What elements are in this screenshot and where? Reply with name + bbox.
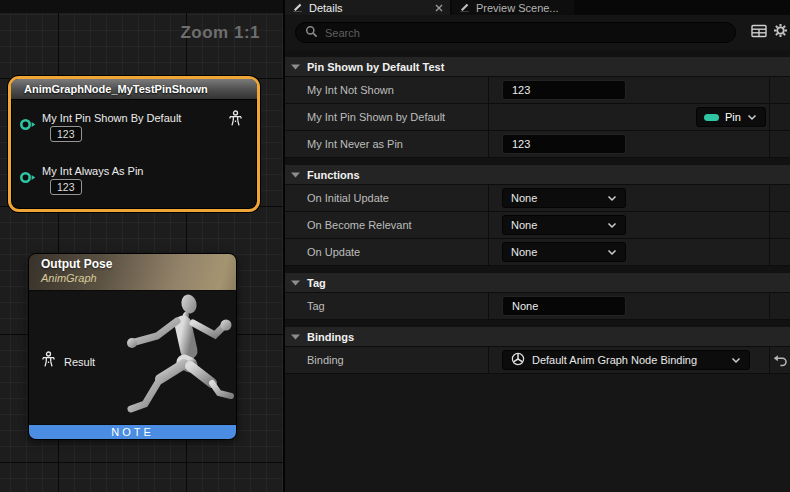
search-input[interactable]	[325, 27, 726, 39]
mannequin-illustration	[109, 290, 235, 426]
tab-details[interactable]: Details	[285, 0, 450, 15]
property-row: My Int Not Shown	[285, 77, 790, 104]
on-update-dropdown[interactable]: None	[502, 242, 626, 262]
gear-icon[interactable]	[773, 23, 788, 38]
anim-graph-test-node[interactable]: AnimGraphNode_MyTestPinShown My Int Pin …	[8, 76, 260, 212]
property-label: My Int Not Shown	[285, 77, 489, 103]
tab-details-label: Details	[309, 2, 429, 14]
note-bar[interactable]: NOTE	[29, 424, 236, 439]
zoom-indicator: Zoom 1:1	[180, 23, 260, 43]
dropdown-value: None	[511, 246, 537, 258]
category-bindings[interactable]: Bindings	[285, 327, 790, 347]
pin-pill-icon	[704, 114, 719, 121]
chevron-down-icon	[291, 64, 300, 70]
tab-bar: Details Preview Scene...	[285, 0, 790, 15]
search-box[interactable]	[295, 22, 736, 43]
pin-label: My Int Pin Shown By Default	[42, 112, 181, 124]
close-icon[interactable]	[435, 4, 443, 12]
pin-label: My Int Always As Pin	[42, 165, 143, 177]
reset-to-default-icon[interactable]	[772, 354, 788, 367]
pin-value-box[interactable]: 123	[50, 179, 82, 195]
tab-preview-scene[interactable]: Preview Scene...	[452, 0, 574, 15]
on-initial-update-dropdown[interactable]: None	[502, 188, 626, 208]
property-row: On Update None	[285, 239, 790, 266]
chevron-down-icon	[291, 334, 300, 340]
result-pose-pin-icon[interactable]	[41, 351, 56, 372]
chevron-down-icon	[291, 172, 300, 178]
result-pin-label: Result	[64, 356, 95, 368]
output-pose-node[interactable]: Output Pose AnimGraph	[28, 253, 237, 440]
category-title: Bindings	[307, 331, 354, 343]
property-row: Tag	[285, 293, 790, 320]
graph-top-edge	[0, 0, 283, 13]
details-tab-icon	[292, 1, 303, 14]
chevron-down-icon	[607, 249, 617, 256]
property-label: On Update	[285, 239, 489, 265]
search-row	[285, 15, 790, 50]
pin-value-box[interactable]: 123	[50, 126, 82, 142]
chevron-down-icon	[291, 280, 300, 286]
int-pin-icon[interactable]	[18, 170, 38, 189]
property-label: Binding	[285, 347, 489, 373]
property-row: On Become Relevant None	[285, 212, 790, 239]
node-title[interactable]: AnimGraphNode_MyTestPinShown	[11, 79, 257, 100]
chevron-down-icon	[747, 114, 757, 121]
category-title: Pin Shown by Default Test	[307, 61, 444, 73]
preview-tab-icon	[459, 1, 470, 14]
graph-editor-canvas[interactable]: Zoom 1:1 AnimGraphNode_MyTestPinShown My…	[0, 0, 283, 492]
binding-dropdown[interactable]: Default Anim Graph Node Binding	[502, 350, 750, 370]
tag-input[interactable]	[502, 296, 626, 316]
pin-mode-value: Pin	[725, 111, 741, 123]
dropdown-value: None	[511, 192, 537, 204]
category-functions[interactable]: Functions	[285, 165, 790, 185]
details-panel: Details Preview Scene...	[283, 0, 790, 492]
property-grid: Pin Shown by Default Test My Int Not Sho…	[285, 50, 790, 492]
display-filter-icon[interactable]	[751, 24, 767, 38]
tab-preview-label: Preview Scene...	[476, 2, 567, 14]
property-row: Binding Default Anim Graph Node Binding	[285, 347, 790, 374]
category-pin-shown-by-default-test[interactable]: Pin Shown by Default Test	[285, 57, 790, 77]
output-node-title: Output Pose	[41, 257, 236, 271]
property-label: My Int Pin Shown by Default	[285, 104, 489, 130]
output-node-header[interactable]: Output Pose AnimGraph	[29, 254, 236, 291]
chevron-down-icon	[731, 357, 741, 364]
property-label: Tag	[285, 293, 489, 319]
int-pin-icon[interactable]	[18, 117, 38, 136]
binding-value: Default Anim Graph Node Binding	[532, 354, 724, 366]
search-icon	[305, 24, 318, 42]
property-row: My Int Pin Shown by Default Pin	[285, 104, 790, 131]
property-row: My Int Never as Pin	[285, 131, 790, 158]
pin-mode-dropdown[interactable]: Pin	[696, 107, 766, 127]
my-int-not-shown-input[interactable]	[502, 80, 626, 100]
chevron-down-icon	[607, 222, 617, 229]
property-row: On Initial Update None	[285, 185, 790, 212]
on-become-relevant-dropdown[interactable]: None	[502, 215, 626, 235]
property-label: On Initial Update	[285, 185, 489, 211]
property-label: My Int Never as Pin	[285, 131, 489, 157]
category-title: Tag	[307, 277, 326, 289]
dropdown-value: None	[511, 219, 537, 231]
my-int-never-as-pin-input[interactable]	[502, 134, 626, 154]
category-tag[interactable]: Tag	[285, 273, 790, 293]
binding-icon	[511, 352, 525, 368]
chevron-down-icon	[607, 195, 617, 202]
output-node-subtitle: AnimGraph	[41, 272, 236, 284]
property-label: On Become Relevant	[285, 212, 489, 238]
category-title: Functions	[307, 169, 360, 181]
pose-output-pin-icon[interactable]	[228, 110, 243, 131]
